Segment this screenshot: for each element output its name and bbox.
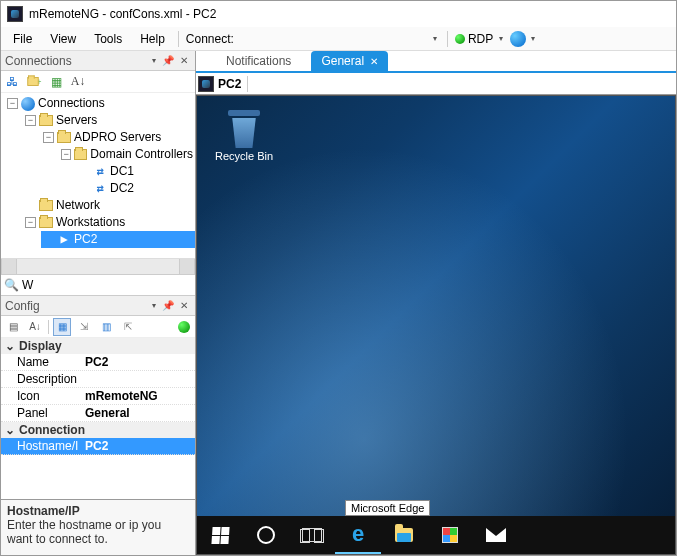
- taskbar-edge[interactable]: e: [335, 516, 381, 554]
- prop-value[interactable]: [81, 371, 195, 387]
- taskbar-store[interactable]: [427, 516, 473, 554]
- category-label: Display: [19, 339, 62, 353]
- cortana-search[interactable]: [243, 516, 289, 554]
- connect-label: Connect:: [184, 30, 242, 48]
- tree-folder-servers[interactable]: − Servers: [23, 112, 195, 129]
- prop-value[interactable]: General: [81, 405, 195, 421]
- config-pane-title: Config: [5, 299, 40, 313]
- connections-pane-pin-icon[interactable]: 📌: [159, 55, 177, 66]
- connections-toolbar: 🖧 + ▦ A↓: [1, 71, 195, 93]
- tree-folder-domain-controllers[interactable]: − Domain Controllers: [59, 146, 195, 163]
- prop-row-name[interactable]: Name PC2: [1, 354, 195, 371]
- taskbar-explorer[interactable]: [381, 516, 427, 554]
- tab-notifications[interactable]: Notifications: [216, 51, 301, 71]
- search-icon: 🔍: [4, 278, 19, 292]
- new-folder-icon[interactable]: +: [26, 74, 42, 90]
- protocol-dropdown[interactable]: RDP ▾: [455, 32, 506, 46]
- cfg-sort-icon[interactable]: A↓: [26, 318, 44, 336]
- prop-row-panel[interactable]: Panel General: [1, 405, 195, 422]
- prop-value[interactable]: PC2: [81, 438, 195, 454]
- cfg-props-icon[interactable]: ▦: [53, 318, 71, 336]
- prop-value[interactable]: mRemoteNG: [81, 388, 195, 404]
- session-title: PC2: [218, 77, 241, 91]
- config-pane-pin-icon[interactable]: 📌: [159, 300, 177, 311]
- circle-icon: [257, 526, 275, 544]
- tree-connection-pc2[interactable]: ▶ PC2: [41, 231, 195, 248]
- edge-icon: e: [352, 521, 364, 547]
- config-pane-menu[interactable]: ▾: [149, 301, 159, 310]
- desktop-icon-label: Recycle Bin: [209, 150, 279, 162]
- connections-tree[interactable]: − Connections − Servers: [1, 93, 195, 258]
- chevron-down-icon[interactable]: ⌄: [5, 339, 15, 353]
- prop-name: Hostname/I: [1, 438, 81, 454]
- cfg-default-inheritance-icon[interactable]: ⇱: [119, 318, 137, 336]
- tree-label: ADPRO Servers: [74, 129, 161, 146]
- prop-category-connection[interactable]: ⌄ Connection: [1, 422, 195, 438]
- config-pane-close-icon[interactable]: ✕: [177, 300, 191, 311]
- tree-root-connections[interactable]: − Connections: [5, 95, 195, 112]
- connections-pane-close-icon[interactable]: ✕: [177, 55, 191, 66]
- tree-folder-network[interactable]: Network: [23, 197, 195, 214]
- chevron-down-icon[interactable]: ⌄: [5, 423, 15, 437]
- cfg-inheritance-icon[interactable]: ⇲: [75, 318, 93, 336]
- connect-globe-button[interactable]: ▾: [510, 31, 538, 47]
- connection-icon: ⇄: [93, 180, 107, 197]
- expand-icon[interactable]: −: [61, 149, 71, 160]
- tab-general[interactable]: General ✕: [311, 51, 388, 71]
- tree-label: DC1: [110, 163, 134, 180]
- folder-icon: [39, 200, 53, 211]
- tree-folder-adpro[interactable]: − ADPRO Servers: [41, 129, 195, 146]
- tree-hscrollbar[interactable]: [1, 258, 195, 274]
- session-app-icon: [198, 76, 214, 92]
- cfg-categorized-icon[interactable]: ▤: [4, 318, 22, 336]
- cfg-default-props-icon[interactable]: ▥: [97, 318, 115, 336]
- folder-icon: [57, 132, 71, 143]
- property-grid[interactable]: ⌄ Display Name PC2 Description Icon mRem…: [1, 338, 195, 499]
- category-label: Connection: [19, 423, 85, 437]
- windows-logo-icon: [211, 527, 229, 544]
- task-view-button[interactable]: [289, 516, 335, 554]
- config-pane-header: Config ▾ 📌 ✕: [1, 296, 195, 316]
- file-explorer-icon: [395, 528, 413, 542]
- view-icon[interactable]: ▦: [48, 74, 64, 90]
- prop-value[interactable]: PC2: [81, 354, 195, 370]
- expand-icon[interactable]: −: [7, 98, 18, 109]
- taskbar-mail[interactable]: [473, 516, 519, 554]
- tree-search-input[interactable]: W: [22, 278, 192, 292]
- connections-pane-menu[interactable]: ▾: [149, 56, 159, 65]
- help-text: Enter the hostname or ip you want to con…: [7, 518, 189, 546]
- menu-view[interactable]: View: [42, 30, 84, 48]
- quick-connect-host-arrow[interactable]: ▾: [430, 34, 440, 43]
- expand-icon[interactable]: −: [25, 115, 36, 126]
- tab-strip: Notifications General ✕: [196, 51, 676, 73]
- prop-category-display[interactable]: ⌄ Display: [1, 338, 195, 354]
- menu-tools[interactable]: Tools: [86, 30, 130, 48]
- remote-taskbar[interactable]: e: [197, 516, 675, 554]
- new-connection-icon[interactable]: 🖧: [4, 74, 20, 90]
- titlebar: mRemoteNG - confCons.xml - PC2: [1, 1, 676, 27]
- menu-file[interactable]: File: [5, 30, 40, 48]
- globe-icon: [21, 97, 35, 111]
- app-icon: [7, 6, 23, 22]
- tree-connection-dc2[interactable]: ⇄ DC2: [77, 180, 195, 197]
- tab-label: General: [321, 54, 364, 68]
- help-title: Hostname/IP: [7, 504, 189, 518]
- folder-icon: [39, 115, 53, 126]
- prop-row-icon[interactable]: Icon mRemoteNG: [1, 388, 195, 405]
- start-button[interactable]: [197, 516, 243, 554]
- tree-folder-workstations[interactable]: − Workstations: [23, 214, 195, 231]
- tree-connection-dc1[interactable]: ⇄ DC1: [77, 163, 195, 180]
- menu-help[interactable]: Help: [132, 30, 173, 48]
- expand-icon[interactable]: −: [43, 132, 54, 143]
- sort-icon[interactable]: A↓: [70, 74, 86, 90]
- tab-close-icon[interactable]: ✕: [370, 56, 378, 67]
- remote-desktop-view[interactable]: Recycle Bin Microsoft Edge e: [196, 95, 676, 555]
- desktop-recycle-bin[interactable]: Recycle Bin: [209, 108, 279, 162]
- expand-icon[interactable]: −: [25, 217, 36, 228]
- prop-row-description[interactable]: Description: [1, 371, 195, 388]
- connections-pane-header: Connections ▾ 📌 ✕: [1, 51, 195, 71]
- quick-connect-host-dropdown[interactable]: [246, 30, 426, 48]
- menubar: File View Tools Help Connect: ▾ RDP ▾ ▾: [1, 27, 676, 51]
- prop-name: Panel: [1, 405, 81, 421]
- prop-row-hostname[interactable]: Hostname/I PC2: [1, 438, 195, 455]
